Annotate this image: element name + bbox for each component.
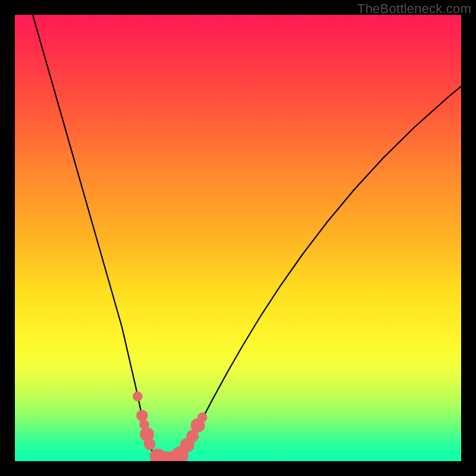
chart-frame: TheBottleneck.com (0, 0, 476, 476)
markers-group (133, 392, 207, 461)
chart-plot-area (15, 15, 461, 461)
chart-svg (15, 15, 461, 461)
marker-dot (136, 410, 148, 422)
curve-left (33, 15, 167, 461)
marker-dot (133, 392, 143, 402)
curve-right (167, 86, 461, 461)
watermark-text: TheBottleneck.com (357, 1, 471, 17)
marker-dot (198, 412, 208, 422)
marker-dot (144, 439, 156, 450)
